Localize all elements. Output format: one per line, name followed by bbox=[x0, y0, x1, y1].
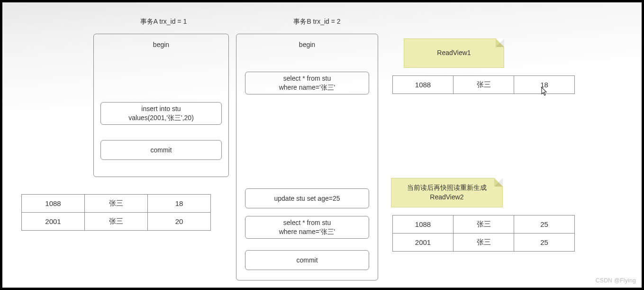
dog-ear-icon bbox=[496, 38, 504, 47]
tx-b-begin: begin bbox=[236, 41, 378, 48]
table-row: 1088 张三 18 bbox=[22, 195, 211, 213]
cell: 20 bbox=[148, 213, 211, 231]
cell: 张三 bbox=[454, 76, 514, 94]
table-row: 1088 张三 25 bbox=[393, 215, 575, 234]
dog-ear-icon bbox=[494, 178, 503, 187]
tx-b-step-commit: commit bbox=[245, 250, 369, 270]
tx-a-step-commit: commit bbox=[100, 140, 222, 160]
cell: 1088 bbox=[393, 215, 454, 234]
table-row: 1088 张三 18 bbox=[393, 76, 575, 94]
cell: 25 bbox=[514, 234, 575, 252]
tx-a-step-insert: insert into stu values(2001,'张三',20) bbox=[100, 102, 222, 125]
cell: 张三 bbox=[85, 195, 148, 213]
cell: 1088 bbox=[22, 195, 85, 213]
note-readview1-text: ReadView1 bbox=[437, 48, 471, 58]
table-readview2: 1088 张三 25 2001 张三 25 bbox=[392, 215, 575, 252]
tx-b-step-update: update stu set age=25 bbox=[245, 188, 369, 208]
table-storage: 1088 张三 18 2001 张三 20 bbox=[21, 194, 211, 231]
cell: 张三 bbox=[454, 215, 514, 234]
table-row: 2001 张三 25 bbox=[393, 234, 575, 252]
tx-a-title: 事务A trx_id = 1 bbox=[126, 18, 201, 26]
tx-b-step-select2: select * from stu where name='张三' bbox=[245, 216, 369, 239]
cell: 25 bbox=[514, 215, 575, 234]
tx-b-container: begin bbox=[236, 34, 378, 281]
watermark: CSDN @Flying bbox=[596, 277, 636, 284]
note-readview1: ReadView1 bbox=[404, 38, 504, 68]
tx-a-begin: begin bbox=[94, 41, 228, 48]
cell: 1088 bbox=[393, 76, 454, 94]
tx-b-step-select1: select * from stu where name='张三' bbox=[245, 72, 369, 94]
tx-b-title: 事务B trx_id = 2 bbox=[279, 18, 355, 26]
cell: 张三 bbox=[85, 213, 148, 231]
cell: 张三 bbox=[454, 234, 514, 252]
table-row: 2001 张三 20 bbox=[22, 213, 211, 231]
note-readview2: 当前读后再快照读重新生成 ReadView2 bbox=[391, 178, 503, 207]
cell: 2001 bbox=[393, 234, 454, 252]
cell: 18 bbox=[514, 76, 575, 94]
diagram-frame: 事务A trx_id = 1 事务B trx_id = 2 begin inse… bbox=[0, 0, 644, 290]
cell: 2001 bbox=[22, 213, 85, 231]
table-readview1: 1088 张三 18 bbox=[392, 75, 575, 94]
note-readview2-text: 当前读后再快照读重新生成 ReadView2 bbox=[407, 183, 487, 202]
cell: 18 bbox=[148, 195, 211, 213]
